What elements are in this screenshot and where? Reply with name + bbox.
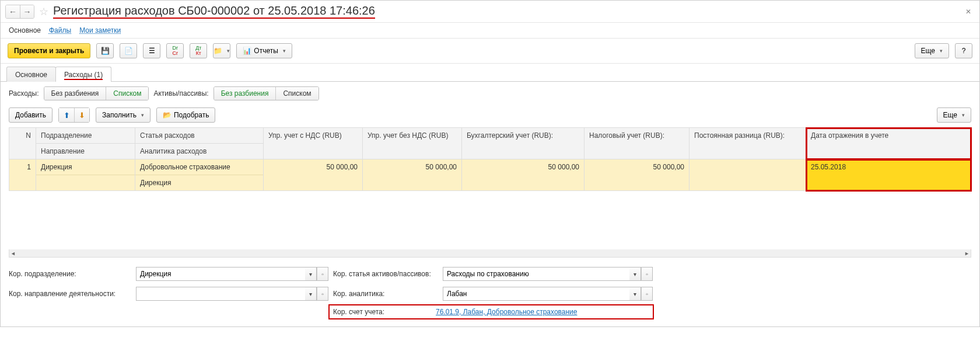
corr-direction-label: Кор. направление деятельности: xyxy=(9,290,131,298)
fill-button[interactable]: Заполнить xyxy=(96,107,150,123)
arrow-down-icon: ⬇ xyxy=(79,111,85,120)
report-icon: 📊 xyxy=(243,47,251,55)
debit-credit-button[interactable]: DrCr xyxy=(166,43,184,58)
cell-perm-diff[interactable] xyxy=(690,159,806,166)
assets-seg-nosplit[interactable]: Без разбиения xyxy=(214,87,276,100)
save-button[interactable]: 💾 xyxy=(96,43,114,58)
cell-n[interactable]: 1 xyxy=(9,159,36,175)
nav-tab-notes[interactable]: Мои заметки xyxy=(79,26,121,34)
expenses-seg-nosplit[interactable]: Без разбиения xyxy=(44,87,107,100)
col-division[interactable]: Подразделение xyxy=(36,128,135,143)
corr-division-input[interactable] xyxy=(136,267,305,281)
col-direction[interactable]: Направление xyxy=(36,143,135,159)
col-tax[interactable]: Налоговый учет (RUB): xyxy=(584,128,689,143)
col-mgr-novat[interactable]: Упр. учет без НДС (RUB) xyxy=(363,128,461,143)
document-structure-button[interactable]: ☰ xyxy=(143,43,160,58)
col-expense-analytics[interactable]: Аналитика расходов xyxy=(135,143,263,159)
tab-expenses[interactable]: Расходы (1) xyxy=(55,67,111,82)
corr-analytics-label: Кор. аналитика: xyxy=(333,290,438,298)
corr-direction-open[interactable]: ▫ xyxy=(317,287,328,301)
post-icon: 📄 xyxy=(124,47,133,55)
scroll-left-icon[interactable]: ◄ xyxy=(10,251,16,256)
horizontal-scrollbar[interactable]: ◄ ► xyxy=(9,249,971,258)
table-more-button[interactable]: Еще xyxy=(937,107,971,123)
cell-mgr-novat[interactable]: 50 000,00 xyxy=(363,159,461,175)
col-n[interactable]: N xyxy=(9,128,36,143)
table-row[interactable]: 1 Дирекция Добровольное страхование Дире… xyxy=(9,159,971,191)
corr-account-label: Кор. счет учета: xyxy=(333,308,431,316)
corr-article-input[interactable] xyxy=(443,267,629,281)
cell-division[interactable]: Дирекция xyxy=(36,159,135,175)
assets-seg-list[interactable]: Списком xyxy=(276,87,318,100)
scroll-right-icon[interactable]: ► xyxy=(964,251,970,256)
arrow-up-icon: ⬆ xyxy=(64,111,70,120)
expenses-label: Расходы: xyxy=(9,89,39,98)
dt-kt-button[interactable]: ДтКт xyxy=(190,43,207,58)
corr-account-link[interactable]: 76.01.9, Лабан, Добровольное страхование xyxy=(436,308,578,316)
col-perm-diff[interactable]: Постоянная разница (RUB): xyxy=(690,128,806,143)
corr-division-dropdown[interactable]: ▾ xyxy=(305,267,317,281)
nav-tab-main[interactable]: Основное xyxy=(9,26,41,34)
nav-forward-button[interactable]: → xyxy=(20,5,34,18)
corr-article-open[interactable]: ▫ xyxy=(641,267,653,281)
expenses-seg-list[interactable]: Списком xyxy=(106,87,148,100)
help-button[interactable]: ? xyxy=(955,43,972,58)
col-expense-item[interactable]: Статья расходов xyxy=(135,128,263,143)
corr-analytics-input[interactable] xyxy=(443,287,629,301)
col-book[interactable]: Бухгалтерский учет (RUB): xyxy=(462,128,584,143)
corr-division-label: Кор. подразделение: xyxy=(9,270,131,278)
cell-expense-item[interactable]: Добровольное страхование xyxy=(135,159,263,175)
favorite-star-icon[interactable]: ☆ xyxy=(39,5,48,18)
folder-icon: 📁 xyxy=(214,47,222,55)
corr-article-label: Кор. статья активов/пассивов: xyxy=(333,270,438,278)
close-icon[interactable]: ✕ xyxy=(962,6,975,17)
create-based-on-button[interactable]: 📁 xyxy=(213,43,230,58)
expenses-table: N Подразделение Направление Статья расхо… xyxy=(9,127,971,191)
page-title: Регистрация расходов СБ00-000002 от 25.0… xyxy=(53,4,375,19)
corr-analytics-dropdown[interactable]: ▾ xyxy=(629,287,641,301)
list-icon: ☰ xyxy=(149,47,155,55)
assets-label: Активы/пассивы: xyxy=(153,89,208,98)
corr-analytics-open[interactable]: ▫ xyxy=(641,287,653,301)
corr-article-dropdown[interactable]: ▾ xyxy=(629,267,641,281)
cell-reflect-date[interactable]: 25.05.2018 xyxy=(806,159,971,175)
cell-tax[interactable]: 50 000,00 xyxy=(584,159,689,175)
floppy-icon: 💾 xyxy=(101,47,110,55)
corr-division-open[interactable]: ▫ xyxy=(317,267,328,281)
add-button[interactable]: Добавить xyxy=(9,107,52,123)
nav-back-button[interactable]: ← xyxy=(6,5,20,18)
folder-open-icon: 📂 xyxy=(163,111,172,119)
cell-mgr-vat[interactable]: 50 000,00 xyxy=(264,159,362,175)
corr-direction-dropdown[interactable]: ▾ xyxy=(305,287,317,301)
cell-direction[interactable] xyxy=(36,175,135,182)
nav-tab-files[interactable]: Файлы xyxy=(49,26,71,34)
move-up-button[interactable]: ⬆ xyxy=(59,108,74,122)
post-button[interactable]: 📄 xyxy=(120,43,137,58)
col-mgr-vat[interactable]: Упр. учет с НДС (RUB) xyxy=(264,128,362,143)
tab-main[interactable]: Основное xyxy=(6,67,56,82)
move-down-button[interactable]: ⬇ xyxy=(74,108,89,122)
col-reflect-date[interactable]: Дата отражения в учете xyxy=(806,128,971,143)
dr-cr-icon: DrCr xyxy=(173,46,178,56)
corr-direction-input[interactable] xyxy=(136,287,305,301)
reports-button[interactable]: 📊Отчеты xyxy=(236,43,292,58)
pick-button[interactable]: 📂Подобрать xyxy=(156,107,215,123)
dt-kt-icon: ДтКт xyxy=(195,46,201,56)
cell-book[interactable]: 50 000,00 xyxy=(462,159,584,175)
cell-expense-analytics[interactable]: Дирекция xyxy=(135,175,263,190)
post-and-close-button[interactable]: Провести и закрыть xyxy=(8,43,90,58)
more-button[interactable]: Еще xyxy=(915,43,949,58)
